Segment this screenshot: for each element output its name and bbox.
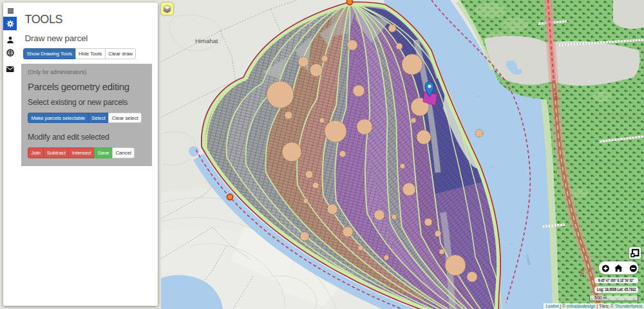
svg-text:Himahat: Himahat	[195, 37, 218, 44]
svg-text:E73: E73	[553, 93, 558, 101]
svg-text:E73: E73	[580, 269, 585, 277]
